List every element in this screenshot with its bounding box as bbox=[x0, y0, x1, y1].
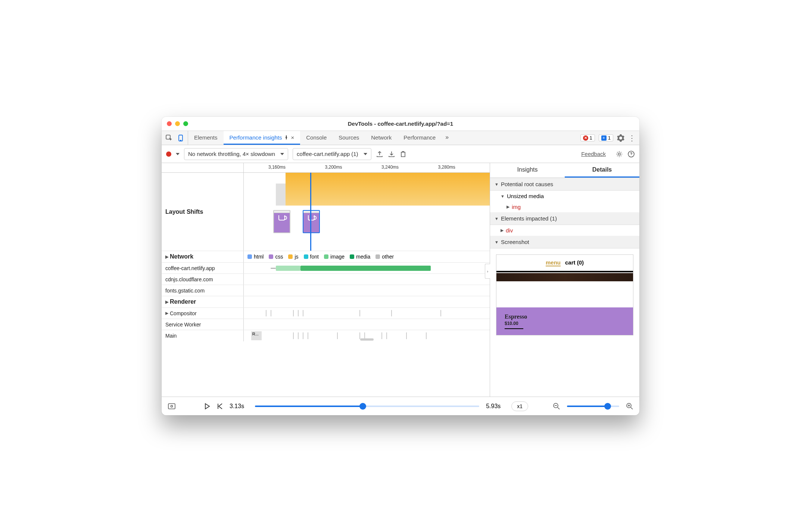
error-badge[interactable]: ✕ 1 bbox=[580, 134, 595, 141]
layout-shift-thumb-2[interactable] bbox=[303, 210, 320, 233]
throttling-select[interactable]: No network throttling, 4× slowdown bbox=[184, 148, 288, 160]
details-tabs: Insights Details bbox=[490, 163, 639, 178]
tab-console[interactable]: Console bbox=[300, 131, 333, 145]
tab-sources[interactable]: Sources bbox=[333, 131, 365, 145]
heat-bar-orange bbox=[286, 173, 490, 206]
record-options-caret[interactable] bbox=[176, 153, 180, 155]
speed-pill[interactable]: x1 bbox=[511, 401, 528, 411]
dtab-details[interactable]: Details bbox=[565, 163, 639, 178]
tabs-overflow[interactable]: » bbox=[442, 131, 452, 145]
main-thread-track[interactable]: R... bbox=[244, 330, 490, 341]
tab-performance-insights[interactable]: Performance insights × bbox=[224, 131, 300, 145]
close-tab-icon[interactable]: × bbox=[291, 134, 294, 141]
network-host-label: cdnjs.cloudflare.com bbox=[162, 274, 244, 285]
export-icon[interactable] bbox=[376, 150, 383, 158]
time-start: 3.13s bbox=[230, 403, 248, 410]
kebab-menu-icon[interactable]: ⋮ bbox=[628, 136, 636, 140]
network-host-track[interactable] bbox=[244, 285, 490, 296]
settings-gear-icon[interactable] bbox=[617, 134, 624, 142]
preview-product-card: Espresso $10.00 bbox=[496, 307, 633, 335]
preview-product-name: Espresso bbox=[505, 313, 625, 320]
triangle-down-icon: ▼ bbox=[495, 182, 499, 187]
renderer-track[interactable] bbox=[244, 296, 490, 307]
tab-network[interactable]: Network bbox=[365, 131, 398, 145]
triangle-right-icon: ▶ bbox=[507, 204, 509, 209]
dtab-insights[interactable]: Insights bbox=[490, 163, 565, 178]
panel-settings-gear-icon[interactable] bbox=[615, 150, 623, 158]
main-thread-row: Main R... bbox=[162, 330, 490, 341]
preview-product-price: $10.00 bbox=[505, 321, 625, 326]
net-bar-wait bbox=[276, 266, 300, 271]
page-select[interactable]: coffee-cart.netlify.app (1) bbox=[293, 148, 371, 160]
playhead[interactable] bbox=[310, 173, 311, 251]
legend-css: css bbox=[269, 254, 283, 260]
playback-footer: 3.13s 5.93s x1 bbox=[162, 397, 639, 415]
preview-gap bbox=[496, 281, 633, 307]
compositor-track[interactable] bbox=[244, 308, 490, 319]
import-icon[interactable] bbox=[388, 150, 395, 158]
triangle-down-icon: ▼ bbox=[501, 194, 505, 198]
help-icon[interactable] bbox=[627, 150, 635, 158]
preview-underline bbox=[505, 328, 523, 329]
inspect-element-icon[interactable] bbox=[165, 134, 173, 142]
horizontal-scroll-hint[interactable] bbox=[360, 338, 374, 341]
preview-menu-link: menu bbox=[546, 259, 561, 266]
zoom-slider[interactable] bbox=[567, 406, 619, 407]
service-worker-label: Service Worker bbox=[162, 319, 244, 330]
svg-point-6 bbox=[171, 405, 173, 407]
tree-div[interactable]: ▶ div bbox=[490, 225, 639, 236]
triangle-down-icon: ▼ bbox=[495, 240, 499, 244]
layout-shifts-track[interactable] bbox=[244, 173, 490, 251]
issues-badge[interactable]: ≡ 1 bbox=[599, 134, 613, 141]
renderer-label[interactable]: ▶ Renderer bbox=[162, 296, 244, 307]
tabs-right-controls: ✕ 1 ≡ 1 ⋮ bbox=[577, 131, 639, 145]
maximize-window-button[interactable] bbox=[183, 121, 188, 126]
network-label[interactable]: ▶ Network bbox=[162, 251, 244, 262]
time-end: 5.93s bbox=[486, 403, 505, 410]
section-elements-impacted[interactable]: ▼ Elements impacted (1) bbox=[490, 212, 639, 225]
zoom-in-icon[interactable] bbox=[626, 403, 633, 410]
window-title: DevTools - coffee-cart.netlify.app/?ad=1 bbox=[162, 121, 639, 127]
time-slider[interactable] bbox=[255, 406, 479, 407]
compositor-label[interactable]: ▶ Compositor bbox=[162, 308, 244, 319]
tree-unsized-media[interactable]: ▼ Unsized media bbox=[490, 191, 639, 201]
device-toggle-icon[interactable] bbox=[177, 134, 184, 142]
issue-icon: ≡ bbox=[601, 135, 607, 141]
network-header-row: ▶ Network html css js font image media o… bbox=[162, 251, 490, 263]
preview-nav: menu cart (0) bbox=[496, 255, 633, 271]
service-worker-row: Service Worker bbox=[162, 319, 490, 330]
time-ruler: 3,160ms 3,200ms 3,240ms 3,280ms bbox=[162, 163, 490, 173]
play-icon[interactable] bbox=[204, 403, 210, 410]
zoom-out-icon[interactable] bbox=[553, 403, 560, 410]
network-host-label: coffee-cart.netlify.app bbox=[162, 263, 244, 273]
preview-hero-image bbox=[496, 273, 633, 281]
feedback-link[interactable]: Feedback bbox=[581, 151, 606, 157]
network-host-row-0: coffee-cart.netlify.app bbox=[162, 263, 490, 274]
network-legend: html css js font image media other bbox=[244, 251, 490, 262]
toggle-preview-icon[interactable] bbox=[168, 403, 176, 410]
delete-icon[interactable] bbox=[400, 150, 406, 158]
triangle-right-icon: ▶ bbox=[165, 300, 168, 304]
network-host-track[interactable] bbox=[244, 263, 490, 273]
collapse-details-handle[interactable]: › bbox=[485, 264, 490, 279]
triangle-right-icon: ▶ bbox=[165, 254, 168, 259]
main-thread-label: Main bbox=[162, 330, 244, 341]
tab-performance[interactable]: Performance bbox=[398, 131, 442, 145]
legend-media: media bbox=[350, 254, 370, 260]
preview-divider bbox=[496, 271, 633, 272]
network-host-track[interactable] bbox=[244, 274, 490, 285]
record-button[interactable] bbox=[166, 151, 171, 157]
section-screenshot[interactable]: ▼ Screenshot bbox=[490, 236, 639, 248]
service-worker-track[interactable] bbox=[244, 319, 490, 330]
section-root-causes[interactable]: ▼ Potential root causes bbox=[490, 178, 639, 191]
triangle-right-icon: ▶ bbox=[165, 311, 168, 316]
layout-shift-thumb-1[interactable] bbox=[273, 210, 290, 233]
insights-toolbar: No network throttling, 4× slowdown coffe… bbox=[162, 145, 639, 163]
minimize-window-button[interactable] bbox=[175, 121, 180, 126]
tab-elements[interactable]: Elements bbox=[188, 131, 224, 145]
svg-line-9 bbox=[558, 407, 560, 409]
screenshot-preview: menu cart (0) Espresso $10.00 bbox=[496, 254, 633, 335]
tree-img[interactable]: ▶ img bbox=[490, 201, 639, 212]
skip-start-icon[interactable] bbox=[217, 403, 223, 410]
close-window-button[interactable] bbox=[167, 121, 172, 126]
